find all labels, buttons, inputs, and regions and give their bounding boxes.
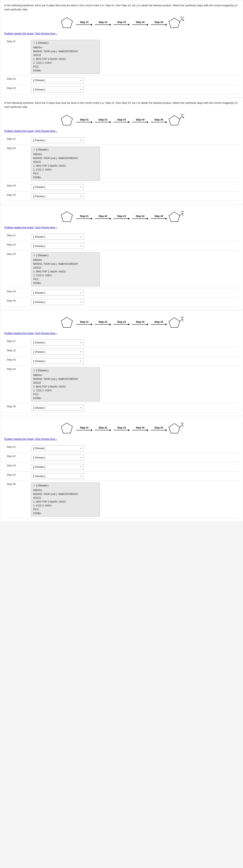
dropdown-option[interactable]: SOCl2 [33, 496, 98, 500]
dropdown-closed-3-2[interactable]: [ Choose ] ▾ [31, 358, 84, 364]
dropdown-option[interactable]: MeNH2, TsOH (cat.), NaBH3CN/EtOH [33, 49, 98, 53]
dropdown-closed-4-3[interactable]: [ Choose ] ▾ [31, 473, 84, 479]
dropdown-cell[interactable]: [ Choose ] ▾ [29, 403, 102, 412]
dropdown-closed-2-3[interactable]: [ Choose ] ▾ [31, 290, 84, 296]
dropdown-option[interactable]: NBS/hv [33, 373, 98, 377]
dropdown-open-1-1[interactable]: ✓ [ Choose ] NBS/hvMeNH2, TsOH (cat.), N… [31, 147, 100, 181]
steps-table: Step #1 [ Choose ] ▾ Step #2 ✓ [ Choose … [4, 136, 239, 201]
preview-link[interactable]: Problem viewing the image, Click Preview… [4, 226, 57, 229]
preview-link[interactable]: Problem viewing the image, Click Preview… [4, 32, 57, 35]
step-row: Step #1 [ Choose ] ▾ [4, 444, 239, 453]
dropdown-option[interactable]: 1. BH3.THF 2.NaOH, H2O2 [33, 164, 98, 168]
dropdown-cell[interactable]: [ Choose ] ▾ [29, 182, 102, 192]
product-molecule: NH [168, 210, 184, 224]
dropdown-cell[interactable]: ✓ [ Choose ] NBS/hvMeNH2, TsOH (cat.), N… [29, 145, 102, 182]
dropdown-option[interactable]: SOCl2 [33, 160, 98, 164]
dropdown-option[interactable]: KOtBu [33, 396, 98, 400]
dropdown-option[interactable]: 1. CO2 2. H3O+ [33, 389, 98, 392]
step-label-cell: Step #3 [4, 356, 29, 366]
dropdown-closed-2-1[interactable]: [ Choose ] ▾ [31, 243, 84, 249]
dropdown-closed-4-0[interactable]: [ Choose ] ▾ [31, 445, 84, 451]
dropdown-closed-3-1[interactable]: [ Choose ] ▾ [31, 349, 84, 355]
dropdown-option[interactable]: KOtBu [33, 281, 98, 285]
dropdown-cell[interactable]: ✓ [ Choose ] NBS/hvMeNH2, TsOH (cat.), N… [29, 366, 102, 403]
dropdown-cell[interactable]: [ Choose ] ▾ [29, 232, 102, 242]
dropdown-cell[interactable]: [ Choose ] ▾ [29, 472, 102, 481]
dropdown-cell[interactable]: ✓ [ Choose ] NBS/hvMeNH2, TsOH (cat.), N… [29, 481, 102, 518]
dropdown-cell[interactable]: [ Choose ] ▾ [29, 192, 102, 201]
step4-label: Step #4 [136, 320, 144, 323]
dropdown-closed-1-2[interactable]: [ Choose ] ▾ [31, 184, 84, 190]
dropdown-cell[interactable]: [ Choose ] ▾ [29, 347, 102, 356]
dropdown-option[interactable]: KOtBu [33, 175, 98, 179]
dropdown-option[interactable]: 1. CO2 2. H3O+ [33, 61, 98, 65]
dropdown-option[interactable]: NBS/hv [33, 45, 98, 49]
dropdown-closed-1-3[interactable]: [ Choose ] ▾ [31, 193, 84, 199]
dropdown-option[interactable]: KOtBu [33, 68, 98, 72]
dropdown-cell[interactable]: [ Choose ] ▾ [29, 356, 102, 366]
dropdown-cell[interactable]: [ Choose ] ▾ [29, 298, 102, 307]
preview-link[interactable]: Problem viewing the image, Click Preview… [4, 332, 57, 335]
step3-arrow: Step #3 [113, 320, 130, 324]
dropdown-cell[interactable]: [ Choose ] ▾ [29, 85, 102, 94]
dropdown-cell[interactable]: [ Choose ] ▾ [29, 462, 102, 472]
dropdown-cell[interactable]: [ Choose ] ▾ [29, 453, 102, 462]
dropdown-option[interactable]: 1. BH3.THF 2.NaOH, H2O2 [33, 385, 98, 389]
selected-option-row: ✓ [ Choose ] [33, 148, 98, 151]
dropdown-option[interactable]: NBS/hv [33, 488, 98, 492]
dropdown-closed-4-2[interactable]: [ Choose ] ▾ [31, 464, 84, 470]
dropdown-cell[interactable]: [ Choose ] ▾ [29, 75, 102, 85]
dropdown-closed-2-0[interactable]: [ Choose ] ▾ [31, 234, 84, 240]
dropdown-value: [ Choose ] [33, 341, 45, 344]
dropdown-open-0-0[interactable]: ✓ [ Choose ] NBS/hvMeNH2, TsOH (cat.), N… [31, 40, 100, 74]
step4-arrow: Step #4 [132, 426, 148, 430]
svg-line-8 [180, 116, 182, 119]
dropdown-option[interactable]: MeNH2, TsOH (cat.), NaBH3CN/EtOH [33, 492, 98, 496]
dropdown-option[interactable]: SOCl2 [33, 266, 98, 270]
dropdown-option[interactable]: 1. BH3.THF 2.NaOH, H2O2 [33, 270, 98, 273]
dropdown-cell[interactable]: [ Choose ] ▾ [29, 136, 102, 145]
dropdown-closed-0-1[interactable]: [ Choose ] ▾ [31, 77, 84, 83]
dropdown-open-4-4[interactable]: ✓ [ Choose ] NBS/hvMeNH2, TsOH (cat.), N… [31, 483, 100, 517]
dropdown-cell[interactable]: [ Choose ] ▾ [29, 242, 102, 251]
dropdown-cell[interactable]: ✓ [ Choose ] NBS/hvMeNH2, TsOH (cat.), N… [29, 38, 102, 75]
step-row: Step #2 [ Choose ] ▾ [4, 242, 239, 251]
preview-link[interactable]: Problem viewing the image, Click Preview… [4, 130, 57, 132]
dropdown-option[interactable]: PCC [33, 507, 98, 511]
dropdown-option[interactable]: 1. CO2 2. H3O+ [33, 273, 98, 277]
step1-label: Step #1 [80, 118, 89, 121]
dropdown-open-2-2[interactable]: ✓ [ Choose ] NBS/hvMeNH2, TsOH (cat.), N… [31, 252, 100, 286]
dropdown-option[interactable]: 1. CO2 2. H3O+ [33, 503, 98, 507]
dropdown-option[interactable]: NBS/hv [33, 152, 98, 156]
dropdown-cell[interactable]: [ Choose ] ▾ [29, 288, 102, 298]
dropdown-option[interactable]: PCC [33, 172, 98, 175]
dropdown-closed-3-4[interactable]: [ Choose ] ▾ [31, 405, 84, 411]
dropdown-closed-2-4[interactable]: [ Choose ] ▾ [31, 299, 84, 305]
dropdown-option[interactable]: KOtBu [33, 511, 98, 515]
dropdown-option[interactable]: PCC [33, 277, 98, 281]
dropdown-option[interactable]: MeNH2, TsOH (cat.), NaBH3CN/EtOH [33, 156, 98, 160]
dropdown-closed-4-1[interactable]: [ Choose ] ▾ [31, 455, 84, 461]
preview-link[interactable]: Problem viewing the image, Click Preview… [4, 438, 57, 440]
dropdown-option[interactable]: NBS/hv [33, 258, 98, 262]
dropdown-option[interactable]: 1. CO2 2. H3O+ [33, 168, 98, 172]
dropdown-closed-1-0[interactable]: [ Choose ] ▾ [31, 137, 84, 143]
dropdown-closed-0-2[interactable]: [ Choose ] ▾ [31, 87, 84, 92]
step-label-cell: Step #3 [4, 85, 29, 94]
dropdown-option[interactable]: MeNH2, TsOH (cat.), NaBH3CN/EtOH [33, 377, 98, 381]
dropdown-option[interactable]: PCC [33, 392, 98, 396]
dropdown-closed-3-0[interactable]: [ Choose ] ▾ [31, 340, 84, 345]
dropdown-cell[interactable]: ✓ [ Choose ] NBS/hvMeNH2, TsOH (cat.), N… [29, 251, 102, 288]
dropdown-option[interactable]: MeNH2, TsOH (cat.), NaBH3CN/EtOH [33, 262, 98, 266]
dropdown-option[interactable]: PCC [33, 65, 98, 68]
dropdown-option[interactable]: 1. BH3.THF 2.NaOH, H2O2 [33, 57, 98, 61]
dropdown-option[interactable]: 1. BH3.THF 2.NaOH, H2O2 [33, 500, 98, 503]
product-molecule-container: CH₃ NH [168, 113, 184, 127]
dropdown-open-3-3[interactable]: ✓ [ Choose ] NBS/hvMeNH2, TsOH (cat.), N… [31, 368, 100, 401]
chevron-down-icon: ▾ [80, 475, 81, 477]
dropdown-cell[interactable]: [ Choose ] ▾ [29, 444, 102, 453]
dropdown-cell[interactable]: [ Choose ] ▾ [29, 338, 102, 347]
step2-label: Step #2 [99, 320, 107, 323]
dropdown-option[interactable]: SOCl2 [33, 381, 98, 385]
dropdown-option[interactable]: SOCl2 [33, 53, 98, 57]
